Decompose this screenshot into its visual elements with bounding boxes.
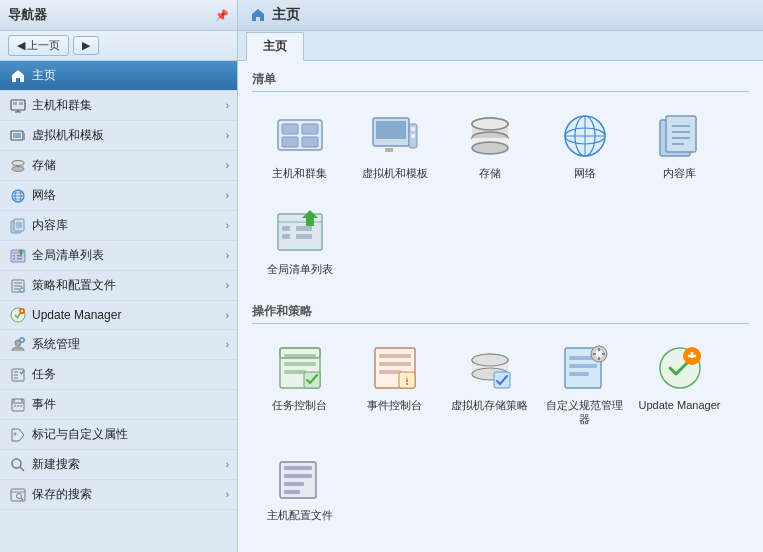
svg-rect-27 <box>17 258 22 260</box>
main-title: 主页 <box>272 6 300 24</box>
sidebar-item-sysadmin[interactable]: 系统管理 › <box>0 330 237 360</box>
arrow-icon: › <box>226 160 229 171</box>
sidebar-item-label: 任务 <box>32 366 56 383</box>
svg-point-76 <box>472 142 508 154</box>
tags-icon <box>10 427 26 443</box>
svg-point-11 <box>12 160 24 165</box>
forward-button[interactable]: ▶ <box>73 36 99 55</box>
svg-rect-51 <box>14 405 16 407</box>
grid-item-event-console[interactable]: 事件控制台 <box>347 334 442 437</box>
sidebar-item-label: Update Manager <box>32 308 121 322</box>
arrow-icon: › <box>226 220 229 231</box>
svg-rect-129 <box>284 482 304 486</box>
sidebar-item-network[interactable]: 网络 › <box>0 181 237 211</box>
svg-rect-67 <box>376 121 406 139</box>
svg-point-59 <box>17 493 22 498</box>
custom-spec-grid-icon <box>561 344 609 392</box>
sidebar-item-label: 虚拟机和模板 <box>32 127 104 144</box>
sidebar-item-home[interactable]: 主页 <box>0 61 237 91</box>
grid-item-global-inventory[interactable]: 全局清单列表 <box>252 198 347 286</box>
saved-search-icon <box>10 487 26 503</box>
svg-point-117 <box>595 350 603 358</box>
task-console-grid-icon <box>276 344 324 392</box>
svg-point-54 <box>14 432 17 435</box>
svg-rect-84 <box>666 116 696 152</box>
svg-rect-120 <box>593 353 596 355</box>
grid-item-task-console[interactable]: 任务控制台 <box>252 334 347 437</box>
svg-rect-71 <box>385 148 393 152</box>
grid-item-network[interactable]: 网络 <box>537 102 632 190</box>
hosts-clusters-grid-icon <box>276 112 324 160</box>
svg-rect-64 <box>282 137 298 147</box>
svg-point-77 <box>472 118 508 130</box>
svg-rect-121 <box>602 353 605 355</box>
sidebar-item-tasks[interactable]: 任务 <box>0 360 237 390</box>
hosts-clusters-icon <box>10 98 26 114</box>
svg-rect-111 <box>494 372 510 388</box>
tab-home[interactable]: 主页 <box>246 32 304 61</box>
content-library-grid-icon <box>656 112 704 160</box>
tasks-icon <box>10 367 26 383</box>
sidebar-item-label: 主页 <box>32 67 56 84</box>
svg-rect-103 <box>379 362 411 366</box>
svg-rect-104 <box>379 370 401 374</box>
grid-item-custom-spec[interactable]: 自定义规范管理器 <box>537 334 632 437</box>
svg-rect-127 <box>284 466 312 470</box>
grid-item-hosts-clusters[interactable]: 主机和群集 <box>252 102 347 190</box>
grid-label: 任务控制台 <box>272 398 327 412</box>
svg-rect-70 <box>411 134 415 138</box>
global-inventory-icon <box>10 248 26 264</box>
grid-item-update-manager-main[interactable]: Update Manager <box>632 334 727 437</box>
sidebar-item-label: 新建搜索 <box>32 456 80 473</box>
vm-templates-grid-icon <box>371 112 419 160</box>
grid-item-vm-storage-policy[interactable]: 虚拟机存储策略 <box>442 334 537 437</box>
arrow-icon: › <box>226 280 229 291</box>
arrow-icon: › <box>226 339 229 350</box>
sidebar-item-events[interactable]: 事件 <box>0 390 237 420</box>
sidebar-item-update-manager[interactable]: Update Manager › <box>0 301 237 330</box>
sidebar-item-new-search[interactable]: 新建搜索 › <box>0 450 237 480</box>
grid-label: 全局清单列表 <box>267 262 333 276</box>
sidebar-item-label: 内容库 <box>32 217 68 234</box>
vm-storage-policy-grid-icon <box>466 344 514 392</box>
grid-label: 网络 <box>574 166 596 180</box>
grid-item-host-profiles[interactable]: 主机配置文件 <box>252 444 347 532</box>
svg-point-110 <box>472 354 508 366</box>
svg-line-56 <box>20 467 24 471</box>
back-button[interactable]: ◀ 上一页 <box>8 35 69 56</box>
sidebar-item-tags[interactable]: 标记与自定义属性 <box>0 420 237 450</box>
sidebar-item-global-inventory[interactable]: 全局清单列表 › <box>0 241 237 271</box>
sidebar-item-storage[interactable]: 存储 › <box>0 151 237 181</box>
content-area: 清单 主机和群集 <box>238 61 763 552</box>
svg-rect-6 <box>13 133 21 138</box>
update-manager-main-grid-icon <box>656 344 704 392</box>
vm-icon <box>10 128 26 144</box>
pin-icon[interactable]: 📌 <box>215 9 229 22</box>
svg-rect-7 <box>23 133 25 140</box>
search-icon <box>10 457 26 473</box>
network-icon <box>10 188 26 204</box>
grid-item-storage[interactable]: 存储 <box>442 102 537 190</box>
svg-rect-25 <box>17 255 22 257</box>
sidebar-item-vms-templates[interactable]: 虚拟机和模板 › <box>0 121 237 151</box>
sidebar-item-hosts-clusters[interactable]: 主机和群集 › <box>0 91 237 121</box>
svg-rect-89 <box>278 214 322 250</box>
svg-rect-98 <box>284 370 306 374</box>
grid-item-vms-templates[interactable]: 虚拟机和模板 <box>347 102 442 190</box>
svg-rect-97 <box>284 362 316 366</box>
arrow-icon: › <box>226 100 229 111</box>
sidebar-item-saved-search[interactable]: 保存的搜索 › <box>0 480 237 510</box>
grid-label: 自定义规范管理器 <box>542 398 627 427</box>
home-icon <box>10 68 26 84</box>
svg-rect-119 <box>598 357 600 360</box>
sidebar: 导航器 📌 ◀ 上一页 ▶ 主页 <box>0 0 238 552</box>
sidebar-item-policy-config[interactable]: 策略和配置文件 › <box>0 271 237 301</box>
svg-rect-62 <box>282 124 298 134</box>
svg-rect-115 <box>569 372 589 376</box>
arrow-icon: › <box>226 130 229 141</box>
svg-rect-24 <box>13 255 15 257</box>
grid-item-content-library[interactable]: 内容库 <box>632 102 727 190</box>
svg-rect-114 <box>569 364 597 368</box>
sidebar-item-content-library[interactable]: 内容库 › <box>0 211 237 241</box>
svg-point-106 <box>406 383 408 385</box>
